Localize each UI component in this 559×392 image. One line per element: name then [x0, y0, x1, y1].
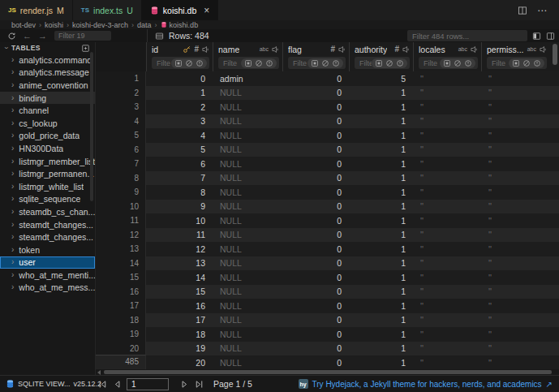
cell-name[interactable]: NULL: [213, 216, 282, 226]
cell-authority[interactable]: 1: [349, 187, 413, 197]
cell-name[interactable]: NULL: [213, 173, 282, 183]
row-number[interactable]: 7: [96, 157, 146, 171]
cell-permiss[interactable]: '': [481, 173, 550, 183]
column-header-locales[interactable]: localesabc: [413, 42, 481, 71]
filter-exact-icon[interactable]: [512, 59, 520, 67]
pin-column-icon[interactable]: [271, 45, 279, 54]
cell-locales[interactable]: '': [413, 201, 481, 211]
cell-id[interactable]: 11: [146, 230, 213, 239]
cell-permiss[interactable]: '': [481, 343, 550, 353]
toggle-panel-icon[interactable]: [546, 32, 555, 41]
cell-authority[interactable]: 1: [349, 315, 413, 325]
cell-name[interactable]: NULL: [213, 358, 282, 368]
cell-name[interactable]: admin: [213, 74, 282, 84]
back-arrow-icon[interactable]: ←: [23, 32, 32, 41]
sidebar-item-binding[interactable]: ›binding: [0, 92, 95, 105]
breadcrumb-item[interactable]: koishi: [45, 21, 63, 29]
cell-flag[interactable]: 0: [282, 102, 349, 112]
column-filter-input[interactable]: [153, 59, 171, 67]
sidebar-item-analytics-command[interactable]: ›analytics.command: [0, 54, 95, 67]
cell-id[interactable]: 6: [146, 159, 213, 169]
cell-locales[interactable]: '': [413, 74, 481, 84]
cell-locales[interactable]: '': [413, 343, 481, 353]
row-number[interactable]: 17: [96, 299, 146, 313]
breadcrumb-item[interactable]: data: [137, 21, 152, 29]
sidebar-item-user[interactable]: ›user: [0, 256, 95, 269]
cell-locales[interactable]: '': [413, 173, 481, 183]
cell-authority[interactable]: 1: [349, 273, 413, 282]
cell-flag[interactable]: 0: [282, 244, 349, 254]
horizontal-scrollbar[interactable]: [96, 369, 559, 375]
row-number[interactable]: 5: [96, 128, 146, 143]
cell-locales[interactable]: '': [413, 88, 481, 97]
cell-id[interactable]: 0: [146, 74, 213, 84]
cell-permiss[interactable]: '': [481, 244, 550, 254]
split-editor-icon[interactable]: [518, 6, 527, 15]
row-number[interactable]: 8: [96, 171, 146, 186]
first-page-icon[interactable]: [97, 379, 108, 390]
cell-authority[interactable]: 1: [349, 173, 413, 183]
cell-authority[interactable]: 1: [349, 131, 413, 140]
cell-id[interactable]: 20: [146, 358, 213, 368]
cell-flag[interactable]: 0: [282, 216, 349, 226]
cell-authority[interactable]: 1: [349, 216, 413, 226]
row-number[interactable]: 2: [96, 86, 146, 101]
row-number[interactable]: 4: [96, 114, 146, 129]
cell-locales[interactable]: '': [413, 102, 481, 112]
filter-null-icon[interactable]: [255, 59, 263, 67]
last-page-icon[interactable]: [194, 379, 204, 390]
cell-flag[interactable]: 0: [282, 74, 349, 84]
cell-authority[interactable]: 1: [349, 88, 413, 97]
cell-permiss[interactable]: '': [481, 102, 550, 112]
sidebar-item-listmgr-permanen[interactable]: ›listmgr_permanen...: [0, 167, 95, 180]
cell-permiss[interactable]: '': [481, 201, 550, 211]
row-number[interactable]: 20: [96, 342, 146, 356]
sidebar-item-token[interactable]: ›token: [0, 243, 95, 256]
cell-locales[interactable]: '': [413, 358, 481, 368]
cell-permiss[interactable]: '': [481, 301, 550, 311]
filter-not-icon[interactable]: [196, 59, 204, 67]
cell-locales[interactable]: '': [413, 315, 481, 325]
cell-permiss[interactable]: '': [481, 74, 550, 84]
tab-render-js[interactable]: JS render.js M: [0, 0, 73, 20]
cell-flag[interactable]: 0: [282, 131, 349, 140]
cell-name[interactable]: NULL: [213, 286, 282, 296]
cell-permiss[interactable]: '': [481, 116, 550, 126]
row-number[interactable]: 12: [96, 228, 146, 243]
cell-locales[interactable]: '': [413, 301, 481, 311]
cell-authority[interactable]: 1: [349, 301, 413, 311]
row-number[interactable]: 14: [96, 256, 146, 271]
tab-koishi-db[interactable]: koishi.db ×: [142, 0, 218, 20]
cell-name[interactable]: NULL: [213, 159, 282, 169]
tables-section-header[interactable]: › TABLES: [0, 42, 95, 54]
filter-exact-icon[interactable]: [375, 59, 383, 67]
row-number[interactable]: 3: [96, 100, 146, 114]
filter-null-icon[interactable]: [385, 59, 393, 67]
sidebar-item-gold-price-data[interactable]: ›gold_price_data: [0, 130, 95, 143]
row-number[interactable]: 10: [96, 200, 146, 214]
cell-authority[interactable]: 1: [349, 230, 413, 239]
cell-flag[interactable]: 0: [282, 330, 349, 339]
cell-name[interactable]: NULL: [213, 330, 282, 339]
cell-name[interactable]: NULL: [213, 315, 282, 325]
cell-flag[interactable]: 0: [282, 173, 349, 183]
vertical-scrollbar[interactable]: [553, 44, 557, 65]
cell-authority[interactable]: 1: [349, 244, 413, 254]
column-header-flag[interactable]: flag#: [282, 42, 349, 71]
cell-authority[interactable]: 1: [349, 258, 413, 268]
close-tab-icon[interactable]: ×: [204, 6, 209, 15]
row-number[interactable]: 1: [96, 71, 146, 86]
sidebar-item-steamdb-cs-chan[interactable]: ›steamdb_cs_chan...: [0, 205, 95, 218]
sqlite-viewer-status[interactable]: SQLITE VIEW... v25.12.2: [0, 379, 91, 389]
cell-id[interactable]: 2: [146, 102, 213, 112]
column-filter-input[interactable]: [220, 59, 241, 67]
next-page-icon[interactable]: [179, 379, 190, 390]
filter-exact-icon[interactable]: [443, 59, 451, 67]
horizontal-scrollbar-thumb[interactable]: [104, 370, 552, 374]
cell-locales[interactable]: '': [413, 131, 481, 140]
sidebar-item-channel[interactable]: ›channel: [0, 104, 95, 117]
promo-link[interactable]: hy Try Hydejack, a Jekyll theme for hack…: [299, 379, 559, 389]
cell-id[interactable]: 15: [146, 286, 213, 296]
row-number[interactable]: 15: [96, 270, 146, 285]
cell-authority[interactable]: 1: [349, 102, 413, 112]
